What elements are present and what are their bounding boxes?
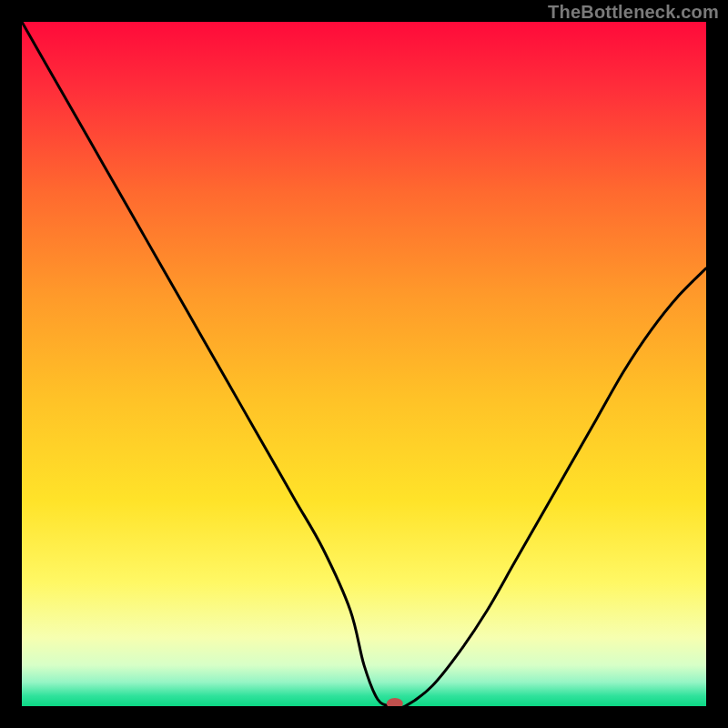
chart-svg [22, 22, 706, 706]
plot-area [22, 22, 706, 706]
chart-frame: TheBottleneck.com [0, 0, 728, 728]
gradient-background [22, 22, 706, 706]
watermark-text: TheBottleneck.com [548, 2, 719, 23]
